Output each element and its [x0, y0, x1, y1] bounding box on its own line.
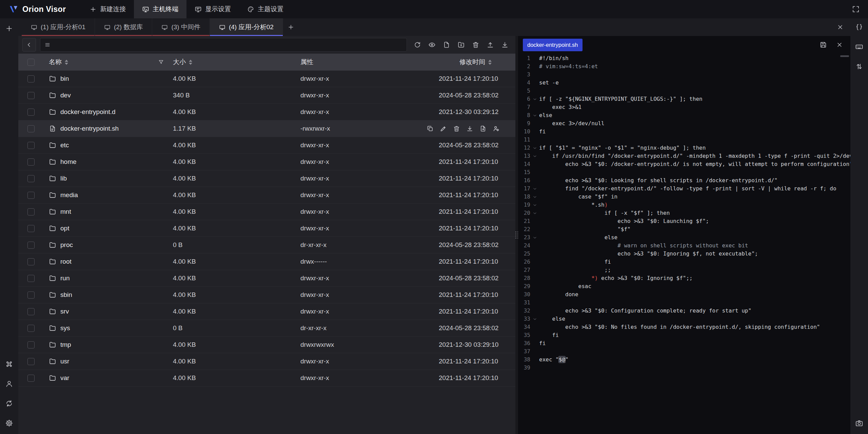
editor-file-tab[interactable]: docker-entrypoint.sh	[523, 39, 583, 51]
editor-close-icon[interactable]	[833, 39, 846, 51]
save-icon[interactable]	[817, 39, 829, 51]
tab-status-underline	[22, 35, 95, 36]
upload-icon[interactable]	[484, 38, 497, 51]
swap-vertical-icon[interactable]	[853, 60, 865, 73]
fold-chevron-icon[interactable]	[530, 154, 539, 158]
table-row[interactable]: srv4.00 KBdrwxr-xr-x2021-11-24 17:20:10	[18, 303, 515, 320]
cell-size: 4.00 KB	[167, 291, 295, 299]
permission-icon[interactable]	[493, 125, 500, 132]
keyboard-icon[interactable]	[853, 41, 865, 53]
chevron-left-icon[interactable]	[22, 38, 36, 52]
table-row[interactable]: bin4.00 KBdrwxr-xr-x2021-11-24 17:20:10	[18, 71, 515, 87]
cell-name-text: media	[60, 191, 78, 199]
table-row[interactable]: var4.00 KBdrwxr-xr-x2021-11-24 17:20:10	[18, 370, 515, 386]
row-checkbox[interactable]	[27, 375, 35, 382]
editor-scrollbar-thumb[interactable]	[840, 55, 849, 57]
row-checkbox[interactable]	[27, 341, 35, 348]
fold-chevron-icon[interactable]	[530, 97, 539, 101]
table-row[interactable]: docker-entrypoint.d4.00 KBdrwxr-xr-x2021…	[18, 104, 515, 120]
fold-chevron-icon[interactable]	[530, 113, 539, 118]
delete-icon[interactable]	[453, 125, 460, 132]
edit-icon[interactable]	[440, 125, 447, 132]
close-icon[interactable]	[834, 21, 846, 33]
select-all-checkbox[interactable]	[27, 59, 35, 66]
table-row[interactable]: sys0 Bdr-xr-xr-x2024-05-28 23:58:02	[18, 320, 515, 337]
cell-attr: drwxr-xr-x	[295, 175, 439, 182]
table-row[interactable]: sbin4.00 KBdrwxr-xr-x2021-11-24 17:20:10	[18, 287, 515, 303]
sort-icon[interactable]	[488, 60, 492, 65]
braces-icon[interactable]	[853, 21, 865, 33]
eye-icon[interactable]	[426, 38, 438, 51]
row-checkbox[interactable]	[27, 242, 35, 249]
sort-icon[interactable]	[65, 60, 68, 65]
row-checkbox[interactable]	[27, 109, 35, 116]
path-input[interactable]	[54, 41, 402, 49]
refresh-icon[interactable]	[411, 38, 424, 51]
row-checkbox[interactable]	[27, 208, 35, 215]
menu-item[interactable]: 显示设置	[186, 0, 239, 18]
download-icon[interactable]	[498, 38, 511, 51]
gear-icon[interactable]	[3, 417, 15, 429]
fullscreen-icon[interactable]	[850, 3, 862, 15]
table-row[interactable]: dev340 Bdrwxr-xr-x2024-05-28 23:58:02	[18, 87, 515, 104]
table-row[interactable]: mnt4.00 KBdrwxr-xr-x2021-11-24 17:20:10	[18, 204, 515, 220]
row-checkbox[interactable]	[27, 125, 35, 132]
row-checkbox[interactable]	[27, 325, 35, 332]
table-row[interactable]: home4.00 KBdrwxr-xr-x2021-11-24 17:20:10	[18, 154, 515, 170]
menu-item[interactable]: 主机终端	[134, 0, 186, 18]
table-row[interactable]: tmp4.00 KBdrwxrwxrwx2021-12-30 03:29:10	[18, 337, 515, 353]
code-line: 6if [ -z "${NGINX_ENTRYPOINT_QUIET_LOGS:…	[518, 95, 850, 103]
terminal-tab[interactable]: (1) 应用-分析01	[22, 18, 95, 36]
table-row[interactable]: proc0 Bdr-xr-xr-x2024-05-28 23:58:02	[18, 237, 515, 253]
row-checkbox[interactable]	[27, 225, 35, 232]
fold-chevron-icon[interactable]	[530, 146, 539, 150]
terminal-tab[interactable]: (3) 中间件	[152, 18, 210, 36]
fold-chevron-icon[interactable]	[530, 195, 539, 199]
add-terminal-tab-button[interactable]	[283, 18, 299, 36]
code-editor[interactable]: 1#!/bin/sh2# vim:sw=4:ts=4:et34set -e56i…	[518, 54, 850, 434]
fold-chevron-icon[interactable]	[530, 235, 539, 240]
row-checkbox[interactable]	[27, 142, 35, 149]
menu-item[interactable]: 主题设置	[239, 0, 292, 18]
new-file-icon[interactable]	[440, 38, 453, 51]
fold-chevron-icon[interactable]	[530, 187, 539, 191]
row-checkbox[interactable]	[27, 92, 35, 99]
download-icon[interactable]	[466, 125, 473, 132]
terminal-tab[interactable]: (4) 应用-分析02	[210, 18, 283, 36]
row-checkbox[interactable]	[27, 308, 35, 315]
fold-chevron-icon[interactable]	[530, 203, 539, 207]
row-checkbox[interactable]	[27, 75, 35, 82]
user-icon[interactable]	[3, 378, 15, 390]
row-checkbox[interactable]	[27, 358, 35, 365]
fold-chevron-icon[interactable]	[530, 317, 539, 321]
move-icon[interactable]	[479, 125, 487, 132]
trash-icon[interactable]	[469, 38, 482, 51]
row-checkbox[interactable]	[27, 175, 35, 182]
table-row[interactable]: docker-entrypoint.sh1.17 KB-rwxrwxr-x	[18, 120, 515, 137]
row-checkbox[interactable]	[27, 291, 35, 299]
row-checkbox[interactable]	[27, 258, 35, 265]
table-row[interactable]: opt4.00 KBdrwxr-xr-x2021-11-24 17:20:10	[18, 220, 515, 237]
table-row[interactable]: run4.00 KBdrwxr-xr-x2024-05-28 23:58:02	[18, 270, 515, 287]
row-checkbox[interactable]	[27, 158, 35, 166]
table-row[interactable]: media4.00 KBdrwxr-xr-x2021-11-24 17:20:1…	[18, 187, 515, 204]
command-icon[interactable]	[3, 358, 15, 370]
path-input-wrap[interactable]	[40, 38, 407, 52]
sync-icon[interactable]	[3, 397, 15, 410]
camera-icon[interactable]	[853, 417, 865, 429]
rail-plus-icon[interactable]	[3, 22, 15, 35]
row-checkbox[interactable]	[27, 192, 35, 199]
row-checkbox[interactable]	[27, 275, 35, 282]
table-row[interactable]: lib4.00 KBdrwxr-xr-x2021-11-24 17:20:10	[18, 170, 515, 187]
terminal-tab[interactable]: (2) 数据库	[95, 18, 153, 36]
new-folder-icon[interactable]	[455, 38, 468, 51]
table-row[interactable]: root4.00 KBdrwx------2021-11-24 17:20:10	[18, 253, 515, 270]
panel-splitter[interactable]	[515, 36, 518, 434]
filter-icon[interactable]	[158, 59, 164, 65]
table-row[interactable]: etc4.00 KBdrwxr-xr-x2024-05-28 23:58:02	[18, 137, 515, 154]
table-row[interactable]: usr4.00 KBdrwxr-xr-x2021-11-24 17:20:10	[18, 353, 515, 370]
fold-chevron-icon[interactable]	[530, 211, 539, 215]
menu-item[interactable]: 新建连接	[81, 0, 134, 18]
sort-icon[interactable]	[189, 60, 192, 65]
copy-icon[interactable]	[427, 125, 434, 132]
